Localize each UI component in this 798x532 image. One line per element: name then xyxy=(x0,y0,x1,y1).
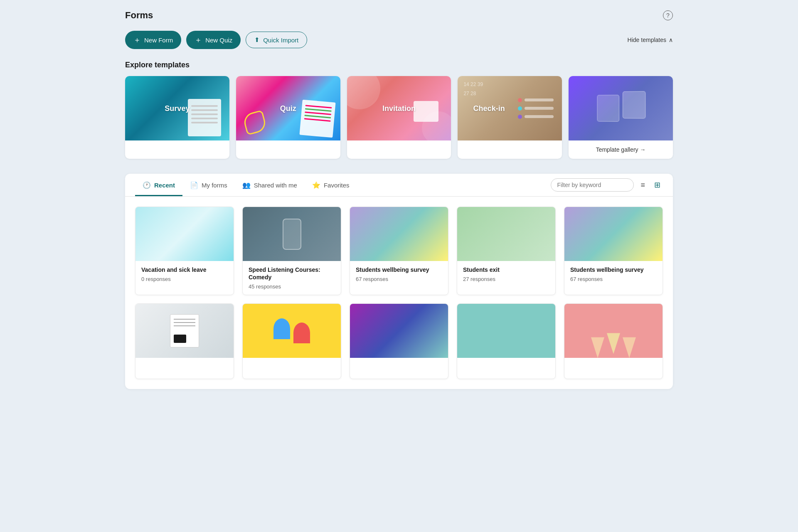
help-icon[interactable]: ? xyxy=(663,10,673,20)
template-card-gallery[interactable]: Template gallery → xyxy=(569,76,673,159)
gallery-screens xyxy=(597,94,645,122)
toolbar: ＋ New Form ＋ New Quiz ⬆ Quick Import Hid… xyxy=(125,31,673,49)
template-card-quiz[interactable]: Quiz xyxy=(236,76,340,159)
grid-view-button[interactable]: ⊞ xyxy=(652,179,663,191)
tab-shared-label: Shared with me xyxy=(254,182,297,189)
form-card-img-people xyxy=(243,304,341,358)
form-card-body-wellbeing2: Students wellbeing survey 67 responses xyxy=(564,261,663,287)
invitation-card xyxy=(414,101,438,122)
template-img-survey: Survey xyxy=(125,76,229,140)
tabs-row: 🕐 Recent 📄 My forms 👥 Shared with me ⭐ F… xyxy=(125,174,673,197)
notebook-decoration xyxy=(170,314,199,347)
tab-favorites[interactable]: ⭐ Favorites xyxy=(305,174,357,196)
form-card-notebook[interactable] xyxy=(135,303,234,379)
form-card-speed[interactable]: Speed Listening Courses: Comedy 45 respo… xyxy=(242,207,341,295)
explore-title: Explore templates xyxy=(125,61,673,69)
form-card-wellbeing1[interactable]: Students wellbeing survey 67 responses xyxy=(350,207,448,295)
filter-input[interactable] xyxy=(551,178,634,192)
form-card-img-green xyxy=(457,304,555,358)
form-card-green[interactable] xyxy=(457,303,556,379)
gallery-link-row: Template gallery → xyxy=(569,140,673,159)
template-card-survey[interactable]: Survey xyxy=(125,76,229,159)
explore-templates-section: Explore templates Survey Quiz xyxy=(125,61,673,159)
new-quiz-label: New Quiz xyxy=(205,37,232,44)
star-icon: ⭐ xyxy=(312,181,320,189)
tab-recent[interactable]: 🕐 Recent xyxy=(135,174,182,196)
form-card-body-wellbeing1: Students wellbeing survey 67 responses xyxy=(350,261,448,287)
form-card-icecream[interactable] xyxy=(564,303,663,379)
tab-shared[interactable]: 👥 Shared with me xyxy=(235,174,305,196)
quick-import-label: Quick Import xyxy=(263,37,298,44)
form-card-img-wave xyxy=(350,304,448,358)
hide-templates-label: Hide templates xyxy=(628,37,666,43)
clock-icon: 🕐 xyxy=(143,181,151,189)
invitation-label: Invitation xyxy=(382,104,416,113)
tab-myforms[interactable]: 📄 My forms xyxy=(182,174,235,196)
form-card-body-vacation: Vacation and sick leave 0 responses xyxy=(135,261,234,287)
people-decoration xyxy=(273,318,310,343)
upload-icon: ⬆ xyxy=(254,36,260,44)
tab-recent-label: Recent xyxy=(154,182,175,189)
list-view-button[interactable]: ≡ xyxy=(638,179,648,191)
template-img-invitation: Invitation xyxy=(347,76,451,140)
tab-favorites-label: Favorites xyxy=(324,182,350,189)
form-card-body-icecream xyxy=(564,358,663,379)
app-title: Forms xyxy=(125,10,153,21)
chevron-up-icon: ∧ xyxy=(669,37,673,43)
form-card-img-wellbeing2 xyxy=(564,207,663,261)
form-card-people[interactable] xyxy=(242,303,341,379)
hide-templates-button[interactable]: Hide templates ∧ xyxy=(628,37,673,43)
form-card-body-green xyxy=(457,358,555,379)
new-form-label: New Form xyxy=(144,37,173,44)
new-form-button[interactable]: ＋ New Form xyxy=(125,31,181,49)
phone-decoration xyxy=(283,219,301,250)
checkin-calendar: 14 22 3927 28 xyxy=(463,80,483,98)
template-img-quiz: Quiz xyxy=(236,76,340,140)
form-responses-exit: 27 responses xyxy=(463,276,549,282)
gallery-screen2 xyxy=(623,91,645,118)
quiz-label: Quiz xyxy=(280,104,296,113)
form-title-exit: Students exit xyxy=(463,266,549,273)
main-panel: 🕐 Recent 📄 My forms 👥 Shared with me ⭐ F… xyxy=(125,174,673,389)
plus-icon2: ＋ xyxy=(195,35,202,45)
people-icon: 👥 xyxy=(242,181,251,189)
new-quiz-button[interactable]: ＋ New Quiz xyxy=(186,31,241,49)
quiz-paper-decoration xyxy=(299,100,335,138)
form-card-img-vacation xyxy=(135,207,234,261)
quiz-squiggle-decoration xyxy=(242,110,267,135)
form-card-img-wellbeing1 xyxy=(350,207,448,261)
form-title-speed: Speed Listening Courses: Comedy xyxy=(249,266,335,281)
form-card-img-notebook xyxy=(135,304,234,358)
template-card-invitation[interactable]: Invitation xyxy=(347,76,451,159)
form-card-wave[interactable] xyxy=(350,303,448,379)
checkin-label: Check-in xyxy=(473,104,505,113)
gallery-link-label: Template gallery → xyxy=(596,146,646,153)
form-card-exit[interactable]: Students exit 27 responses xyxy=(457,207,556,295)
template-img-gallery xyxy=(569,76,673,140)
template-img-checkin: 14 22 3927 28 xyxy=(458,76,562,140)
form-responses-vacation: 0 responses xyxy=(141,276,228,282)
form-card-body-exit: Students exit 27 responses xyxy=(457,261,555,287)
icecream-decoration xyxy=(591,333,636,358)
form-card-body-speed: Speed Listening Courses: Comedy 45 respo… xyxy=(243,261,341,295)
document-icon: 📄 xyxy=(190,181,198,189)
forms-grid: Vacation and sick leave 0 responses Spee… xyxy=(125,197,673,389)
tabs-right: ≡ ⊞ xyxy=(551,178,663,192)
form-title-wellbeing2: Students wellbeing survey xyxy=(570,266,657,273)
plus-icon: ＋ xyxy=(133,35,141,45)
invitation-circle1 xyxy=(347,76,380,109)
form-card-img-exit xyxy=(457,207,555,261)
form-card-body-notebook xyxy=(135,358,234,379)
form-card-img-speed xyxy=(243,207,341,261)
header: Forms ? xyxy=(125,10,673,21)
gallery-screen1 xyxy=(597,95,619,122)
form-card-vacation[interactable]: Vacation and sick leave 0 responses xyxy=(135,207,234,295)
form-title-vacation: Vacation and sick leave xyxy=(141,266,228,273)
template-card-checkin[interactable]: 14 22 3927 28 xyxy=(458,76,562,159)
form-responses-wellbeing1: 67 responses xyxy=(356,276,442,282)
templates-grid: Survey Quiz Invitation xyxy=(125,76,673,159)
form-card-wellbeing2[interactable]: Students wellbeing survey 67 responses xyxy=(564,207,663,295)
survey-label: Survey xyxy=(165,104,190,113)
quick-import-button[interactable]: ⬆ Quick Import xyxy=(246,32,307,48)
form-responses-speed: 45 responses xyxy=(249,283,335,290)
